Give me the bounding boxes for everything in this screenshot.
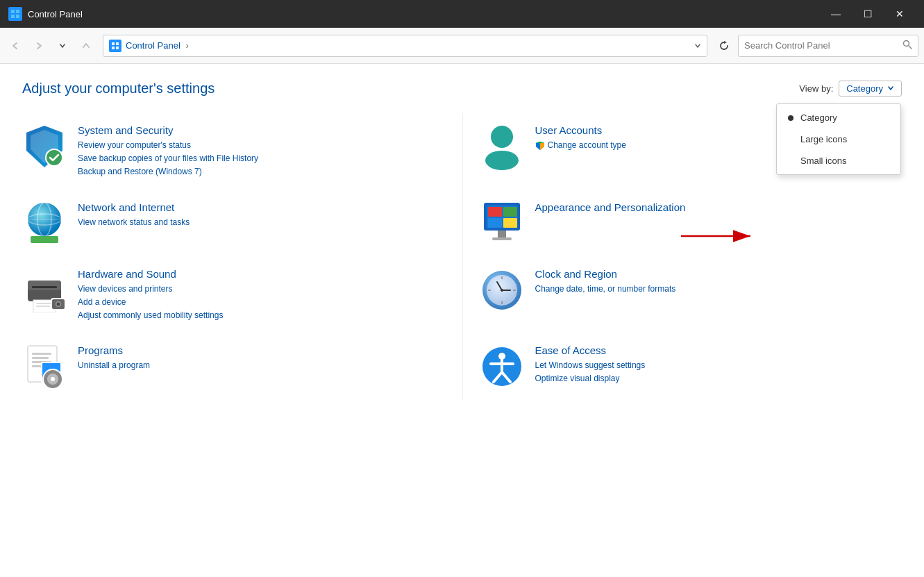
appearance-icon (480, 201, 524, 246)
viewby-label: View by: (799, 83, 833, 94)
appearance-title[interactable]: Appearance and Personalization (535, 201, 902, 213)
clock-icon (480, 268, 524, 312)
menu-item-large-icons[interactable]: Large icons (777, 128, 900, 150)
ease-icon (480, 344, 524, 389)
svg-rect-22 (488, 218, 502, 228)
clock-content: Clock and Region Change date, time, or n… (535, 268, 902, 296)
ease-content: Ease of Access Let Windows suggest setti… (535, 344, 902, 385)
network-content: Network and Internet View network status… (78, 201, 435, 229)
programs-link-1[interactable]: Uninstall a program (78, 359, 435, 372)
viewby-current: Category (846, 83, 883, 94)
user-accounts-link-1[interactable]: Change account type (548, 139, 626, 152)
programs-content: Programs Uninstall a program (78, 344, 435, 372)
category-programs: Programs Uninstall a program (22, 333, 462, 400)
ease-link-1[interactable]: Let Windows suggest settings (535, 359, 902, 372)
svg-rect-47 (32, 357, 49, 359)
up-button[interactable] (76, 36, 96, 56)
svg-rect-31 (36, 306, 50, 307)
svg-point-10 (46, 149, 62, 166)
svg-point-53 (51, 377, 55, 381)
clock-link-1[interactable]: Change date, time, or number formats (535, 283, 902, 296)
programs-icon (22, 344, 67, 389)
main-content: Adjust your computer's settings View by:… (0, 64, 924, 577)
hardware-link-3[interactable]: Adjust commonly used mobility settings (78, 309, 435, 322)
viewby-chevron-icon (887, 83, 894, 94)
menu-item-category[interactable]: Category (777, 107, 900, 128)
system-security-link-2[interactable]: Save backup copies of your files with Fi… (78, 152, 435, 165)
svg-rect-5 (116, 42, 119, 45)
windows-shield-icon (535, 141, 545, 151)
system-security-content: System and Security Review your computer… (78, 124, 435, 179)
menu-item-small-icons[interactable]: Small icons (777, 150, 900, 172)
svg-rect-21 (503, 207, 517, 217)
back-button[interactable] (6, 36, 25, 56)
menu-item-category-label: Category (800, 112, 837, 123)
network-title[interactable]: Network and Internet (78, 201, 435, 213)
svg-rect-6 (112, 47, 115, 49)
system-security-title[interactable]: System and Security (78, 124, 435, 136)
svg-rect-27 (28, 281, 61, 290)
search-box[interactable] (738, 35, 918, 57)
forward-button[interactable] (29, 36, 49, 56)
ease-title[interactable]: Ease of Access (535, 344, 902, 356)
svg-point-43 (501, 289, 503, 292)
menu-item-small-icons-label: Small icons (800, 156, 846, 166)
programs-title[interactable]: Programs (78, 344, 435, 356)
search-input[interactable] (744, 40, 902, 51)
refresh-button[interactable] (714, 36, 734, 56)
svg-rect-20 (488, 207, 502, 217)
clock-title[interactable]: Clock and Region (535, 268, 902, 280)
address-dropdown-icon[interactable] (694, 42, 701, 49)
svg-rect-4 (112, 42, 115, 45)
ease-link-2[interactable]: Optimize visual display (535, 372, 902, 385)
hardware-link-1[interactable]: View devices and printers (78, 283, 435, 296)
hardware-link-2[interactable]: Add a device (78, 296, 435, 309)
network-link-1[interactable]: View network status and tasks (78, 216, 435, 229)
svg-rect-0 (11, 10, 15, 13)
system-security-link-1[interactable]: Review your computer's status (78, 139, 435, 152)
categories-grid: System and Security Review your computer… (22, 113, 902, 400)
menu-item-large-icons-label: Large icons (800, 134, 847, 144)
address-icon (109, 40, 121, 52)
svg-rect-46 (32, 353, 51, 355)
minimize-button[interactable]: — (820, 0, 852, 28)
viewby-dropdown[interactable]: Category Category Large icons Small icon… (839, 81, 902, 97)
svg-rect-25 (492, 237, 512, 240)
viewby-row: View by: Category Category Large icons S… (799, 81, 902, 97)
selected-bullet (788, 115, 793, 121)
category-ease: Ease of Access Let Windows suggest setti… (462, 333, 902, 400)
system-security-icon (22, 124, 67, 169)
system-security-link-3[interactable]: Backup and Restore (Windows 7) (78, 165, 435, 178)
category-system-security: System and Security Review your computer… (22, 113, 462, 190)
search-icon (902, 40, 912, 51)
svg-rect-7 (116, 47, 119, 49)
svg-rect-3 (16, 15, 19, 18)
category-appearance: Appearance and Personalization (462, 190, 902, 257)
window-controls: — ☐ ✕ (820, 0, 916, 28)
toolbar: Control Panel › (0, 28, 924, 64)
hardware-content: Hardware and Sound View devices and prin… (78, 268, 435, 323)
category-network: Network and Internet View network status… (22, 190, 462, 257)
svg-point-8 (904, 41, 909, 47)
svg-rect-1 (16, 10, 19, 13)
address-bar[interactable]: Control Panel › (103, 35, 707, 57)
svg-rect-2 (11, 15, 15, 18)
svg-rect-17 (31, 236, 58, 243)
viewby-menu: Category Large icons Small icons (776, 103, 901, 175)
close-button[interactable]: ✕ (884, 0, 916, 28)
svg-rect-30 (36, 303, 53, 304)
window-title: Control Panel (28, 9, 820, 19)
hardware-title[interactable]: Hardware and Sound (78, 268, 435, 280)
svg-rect-28 (32, 286, 57, 288)
category-clock: Clock and Region Change date, time, or n… (462, 257, 902, 334)
svg-point-11 (491, 126, 513, 148)
user-accounts-icon (480, 124, 524, 169)
maximize-button[interactable]: ☐ (852, 0, 884, 28)
appearance-content: Appearance and Personalization (535, 201, 902, 216)
network-icon (22, 201, 67, 246)
page-title: Adjust your computer's settings (22, 81, 902, 97)
recent-locations-button[interactable] (53, 36, 72, 56)
hardware-icon (22, 268, 67, 312)
titlebar: Control Panel — ☐ ✕ (0, 0, 924, 28)
svg-point-34 (57, 302, 60, 306)
